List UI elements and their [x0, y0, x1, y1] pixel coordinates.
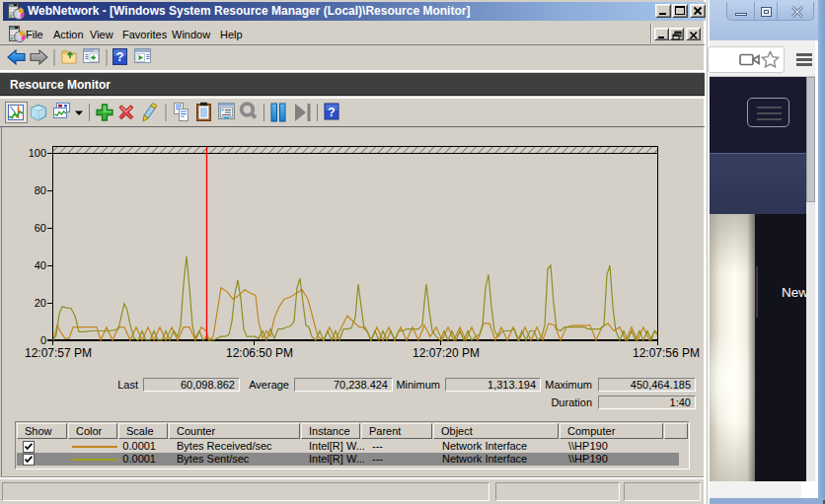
svg-text:12:06:50 PM: 12:06:50 PM: [226, 346, 293, 360]
svg-text:20: 20: [35, 297, 46, 309]
svg-text:?: ?: [328, 106, 335, 119]
svg-text:60: 60: [35, 222, 46, 234]
svg-text:12:07:20 PM: 12:07:20 PM: [412, 346, 480, 360]
svg-text:?: ?: [116, 49, 124, 64]
svg-text:80: 80: [35, 184, 46, 196]
svg-text:40: 40: [35, 259, 46, 271]
svg-text:12:07:57 PM: 12:07:57 PM: [25, 346, 92, 360]
svg-text:12:07:56 PM: 12:07:56 PM: [633, 346, 700, 360]
svg-text:100: 100: [29, 147, 46, 159]
svg-text:0: 0: [40, 334, 46, 346]
